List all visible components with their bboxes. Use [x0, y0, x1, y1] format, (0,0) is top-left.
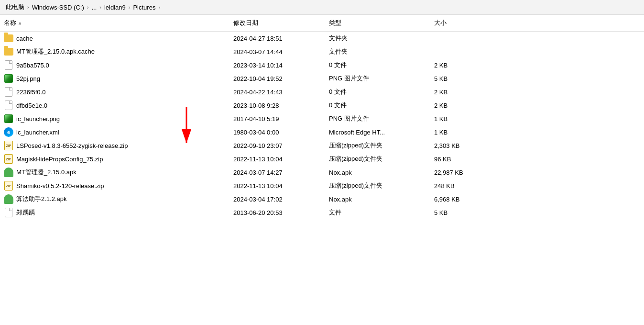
file-name: 2236f5f0.0	[16, 89, 45, 96]
breadcrumb-item-drive[interactable]: Windows-SSD (C:)	[32, 4, 84, 11]
file-name-cell: ic_launcher.png	[0, 113, 229, 124]
image-icon	[4, 114, 13, 123]
file-size: 2 KB	[430, 88, 478, 97]
file-size	[430, 51, 478, 53]
file-name-cell: ZIPMagiskHidePropsConfig_75.zip	[0, 153, 229, 165]
file-name-cell: eic_launcher.xml	[0, 126, 229, 138]
breadcrumb-item-ellipsis[interactable]: ...	[91, 4, 97, 11]
file-date: 2022-11-13 10:04	[229, 181, 325, 191]
file-icon	[4, 101, 13, 110]
zip-icon: ZIP	[4, 181, 13, 191]
file-date: 2023-10-08 9:28	[229, 101, 325, 110]
table-row[interactable]: ic_launcher.png2017-04-10 5:19PNG 图片文件1 …	[0, 112, 644, 125]
apk-icon	[4, 194, 13, 204]
file-date: 2017-04-10 5:19	[229, 114, 325, 123]
col-header-date[interactable]: 修改日期	[229, 17, 325, 29]
file-list-container: 名称 ∧ 修改日期 类型 大小 cache2024-04-27 18:51文件夹…	[0, 15, 644, 321]
file-type: 文件夹	[325, 33, 430, 44]
file-name-cell: cache	[0, 33, 229, 44]
file-type: Nox.apk	[325, 195, 430, 204]
breadcrumb-sep-1: ›	[27, 4, 29, 10]
table-row[interactable]: 52pj.png2022-10-04 19:52PNG 图片文件5 KB	[0, 72, 644, 85]
file-name: ic_launcher.png	[16, 115, 60, 123]
file-name: LSPosed-v1.8.3-6552-zygisk-release.zip	[16, 142, 128, 149]
file-name: MT管理器_2.15.0.apk	[16, 168, 76, 177]
table-row[interactable]: 2236f5f0.02024-04-22 14:430 文件2 KB	[0, 85, 644, 99]
table-row[interactable]: eic_launcher.xml1980-03-04 0:00Microsoft…	[0, 125, 644, 139]
file-name: Shamiko-v0.5.2-120-release.zip	[16, 182, 104, 190]
folder-icon	[4, 47, 13, 56]
table-row[interactable]: dfbd5e1e.02023-10-08 9:280 文件2 KB	[0, 99, 644, 112]
table-row[interactable]: 郑踽踽2013-06-20 20:53文件5 KB	[0, 206, 644, 219]
file-size: 2 KB	[430, 61, 478, 70]
file-type: 文件夹	[325, 46, 430, 57]
breadcrumb-item-pc[interactable]: 此电脑	[6, 3, 24, 11]
file-type: Nox.apk	[325, 168, 430, 177]
file-icon	[4, 60, 13, 70]
breadcrumb-sep-2: ›	[87, 4, 89, 10]
table-row[interactable]: cache2024-04-27 18:51文件夹	[0, 32, 644, 45]
file-type: 0 文件	[325, 60, 430, 70]
col-header-size[interactable]: 大小	[430, 17, 478, 29]
file-name-cell: MT管理器_2.15.0.apk.cache	[0, 46, 229, 57]
file-date: 2023-03-14 10:14	[229, 61, 325, 70]
image-icon	[4, 74, 13, 83]
file-type: 压缩(zipped)文件夹	[325, 180, 430, 191]
breadcrumb-sep-4: ›	[129, 4, 131, 10]
file-date: 2024-04-22 14:43	[229, 88, 325, 97]
file-name: 9a5ba575.0	[16, 62, 49, 69]
file-icon	[4, 208, 13, 217]
file-size: 22,987 KB	[430, 168, 478, 177]
file-type: 文件	[325, 207, 430, 218]
sort-arrow-icon: ∧	[18, 21, 22, 26]
table-row[interactable]: 9a5ba575.02023-03-14 10:140 文件2 KB	[0, 58, 644, 72]
table-row[interactable]: MT管理器_2.15.0.apk.cache2024-03-07 14:44文件…	[0, 45, 644, 58]
apk-icon	[4, 168, 13, 177]
file-size: 1 KB	[430, 128, 478, 137]
file-type: PNG 图片文件	[325, 73, 430, 84]
file-type: 0 文件	[325, 100, 430, 111]
breadcrumb-bar: 此电脑 › Windows-SSD (C:) › ... › leidian9 …	[0, 0, 644, 15]
file-size: 5 KB	[430, 74, 478, 83]
file-type: Microsoft Edge HT...	[325, 128, 430, 137]
file-name: 算法助手2.1.2.apk	[16, 195, 67, 203]
file-date: 2024-04-27 18:51	[229, 34, 325, 43]
file-type: 0 文件	[325, 87, 430, 97]
breadcrumb-item-leidian9[interactable]: leidian9	[104, 4, 126, 11]
file-name-cell: 52pj.png	[0, 73, 229, 84]
file-size	[430, 37, 478, 39]
file-date: 2024-03-04 17:02	[229, 195, 325, 204]
file-rows: cache2024-04-27 18:51文件夹MT管理器_2.15.0.apk…	[0, 32, 644, 219]
breadcrumb-item-pictures[interactable]: Pictures	[133, 4, 155, 11]
file-name: MagiskHidePropsConfig_75.zip	[16, 156, 103, 163]
file-size: 6,968 KB	[430, 195, 478, 204]
file-name-cell: 算法助手2.1.2.apk	[0, 193, 229, 205]
file-name-cell: 郑踽踽	[0, 207, 229, 218]
file-date: 2022-10-04 19:52	[229, 74, 325, 83]
file-name: dfbd5e1e.0	[16, 102, 47, 109]
table-row[interactable]: ZIPShamiko-v0.5.2-120-release.zip2022-11…	[0, 179, 644, 192]
col-header-type[interactable]: 类型	[325, 17, 430, 29]
file-type: PNG 图片文件	[325, 113, 430, 124]
file-size: 1 KB	[430, 114, 478, 123]
folder-icon	[4, 34, 13, 43]
table-row[interactable]: ZIPLSPosed-v1.8.3-6552-zygisk-release.zi…	[0, 139, 644, 152]
file-date: 2024-03-07 14:27	[229, 168, 325, 177]
file-size: 2,303 KB	[430, 141, 478, 150]
file-size: 96 KB	[430, 155, 478, 164]
col-header-name[interactable]: 名称 ∧	[0, 17, 229, 29]
file-name: cache	[16, 35, 33, 42]
table-row[interactable]: 算法助手2.1.2.apk2024-03-04 17:02Nox.apk6,96…	[0, 192, 644, 206]
table-row[interactable]: ZIPMagiskHidePropsConfig_75.zip2022-11-1…	[0, 152, 644, 166]
file-name-cell: 9a5ba575.0	[0, 59, 229, 71]
file-name: 52pj.png	[16, 75, 40, 82]
file-date: 2022-09-10 23:07	[229, 141, 325, 150]
file-date: 2022-11-13 10:04	[229, 155, 325, 164]
breadcrumb-sep-5: ›	[158, 4, 160, 10]
table-row[interactable]: MT管理器_2.15.0.apk2024-03-07 14:27Nox.apk2…	[0, 166, 644, 179]
file-size: 2 KB	[430, 101, 478, 110]
file-icon	[4, 87, 13, 97]
zip-icon: ZIP	[4, 141, 13, 150]
file-name: 郑踽踽	[16, 208, 35, 217]
edge-icon: e	[4, 127, 13, 137]
